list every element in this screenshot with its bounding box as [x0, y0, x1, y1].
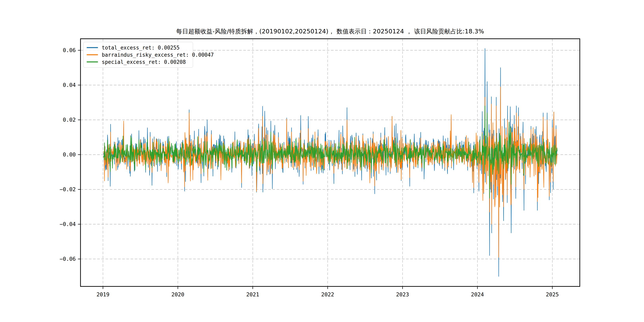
- x-tick-label: 2019: [96, 292, 109, 298]
- legend-label-special: special_excess_ret: 0.00208: [102, 60, 186, 64]
- legend-label-total: total_excess_ret: 0.00255: [102, 45, 180, 50]
- legend-item-total: total_excess_ret: 0.00255: [87, 44, 190, 51]
- figure: 0.060.040.020.00−0.02−0.04−0.06201920202…: [0, 0, 644, 322]
- legend-item-special: special_excess_ret: 0.00208: [87, 59, 190, 65]
- legend-item-risky: barraindus_risky_excess_ret: 0.00047: [87, 52, 190, 58]
- y-tick-label: 0.00: [63, 152, 76, 158]
- chart-title: 每日超额收益-风险/特质拆解，(20190102,20250124)， 数值表示…: [80, 28, 580, 35]
- y-tick-label: −0.06: [60, 256, 76, 262]
- x-tick-label: 2021: [246, 292, 259, 298]
- x-tick-label: 2024: [471, 292, 484, 298]
- legend-label-risky: barraindus_risky_excess_ret: 0.00047: [102, 52, 214, 58]
- y-tick-label: 0.02: [63, 117, 76, 123]
- x-tick-label: 2025: [546, 292, 559, 298]
- legend-line-swatch-risky: [87, 54, 98, 55]
- y-tick-label: 0.04: [63, 82, 76, 88]
- x-tick-label: 2023: [396, 292, 409, 298]
- y-tick-label: 0.06: [63, 47, 76, 53]
- legend: total_excess_ret: 0.00255 barraindus_ris…: [83, 42, 193, 68]
- legend-line-swatch-special: [87, 62, 98, 62]
- y-tick-label: −0.04: [60, 221, 76, 227]
- y-tick-label: −0.02: [60, 186, 76, 192]
- legend-line-swatch-total: [87, 47, 98, 48]
- x-tick-label: 2022: [321, 292, 334, 298]
- x-tick-label: 2020: [171, 292, 184, 298]
